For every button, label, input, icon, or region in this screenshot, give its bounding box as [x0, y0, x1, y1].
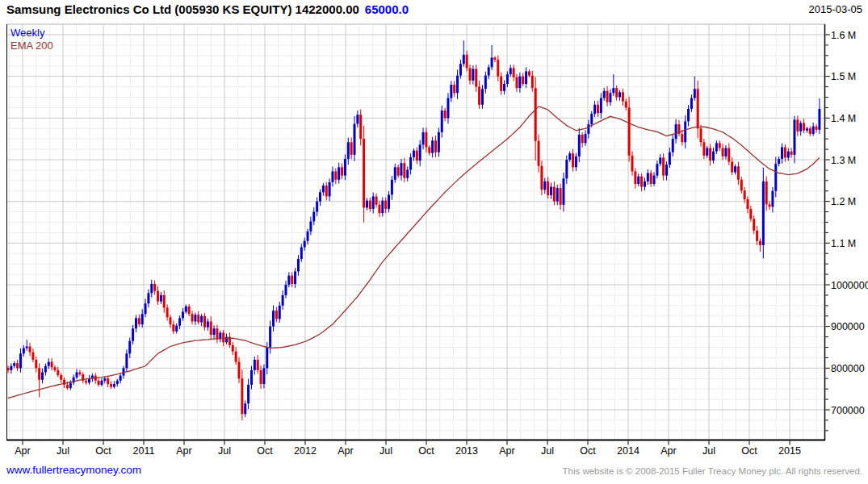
candle-body-up [687, 109, 690, 122]
candle-body-down [51, 362, 53, 368]
candle-body-up [556, 188, 559, 202]
candle-body-up [409, 157, 412, 170]
candle-body-down [681, 134, 683, 142]
y-axis-label: 900000 [831, 321, 865, 332]
candle-body-down [522, 77, 524, 84]
copyright-text: This website is © 2008-2015 Fuller Treac… [562, 466, 862, 476]
candle-body-up [69, 382, 72, 388]
candle-body-down [497, 60, 499, 77]
candle-body-up [609, 93, 611, 102]
candle-body-up [225, 337, 228, 343]
candle-body-up [612, 88, 614, 93]
candle-body-down [478, 87, 480, 105]
y-axis-label: 1.3 M [831, 155, 856, 166]
candle-body-down [753, 219, 755, 230]
candle-body-up [194, 315, 196, 321]
x-axis-label: Oct [580, 445, 596, 457]
candle-body-up [619, 92, 621, 97]
chart-window: Samsung Electronics Co Ltd (005930 KS EQ… [0, 0, 868, 484]
candle-body-down [428, 148, 430, 153]
candle-body-down [597, 105, 599, 113]
x-axis-label: Apr [176, 445, 191, 457]
candle-body-down [493, 57, 496, 60]
candle-body-up [459, 64, 462, 75]
x-axis-label: Jul [218, 445, 231, 457]
candle-body-down [369, 201, 371, 209]
candle-body-up [793, 119, 795, 154]
candle-body-up [175, 326, 178, 332]
candle-body-up [575, 156, 577, 167]
candle-body-up [322, 186, 325, 192]
candle-body-up [771, 191, 774, 207]
candle-body-down [622, 92, 624, 101]
x-axis-label: Oct [418, 445, 434, 457]
candle-body-down [749, 209, 752, 219]
candle-body-down [466, 55, 468, 69]
candle-body-up [200, 316, 203, 323]
x-axis-label: 2014 [617, 445, 639, 457]
candle-body-up [356, 115, 359, 123]
candle-body-down [513, 68, 515, 77]
candle-body-up [684, 121, 686, 142]
x-axis-label: Oct [95, 445, 111, 457]
candle-body-down [66, 385, 69, 388]
candle-body-down [232, 345, 234, 352]
y-axis-label: 700000 [831, 405, 865, 416]
candle-body-down [157, 291, 159, 302]
candle-body-up [309, 221, 312, 231]
candle-body-up [456, 76, 459, 94]
candle-body-up [715, 143, 718, 151]
candle-body-down [531, 76, 534, 89]
candle-body-down [216, 328, 218, 339]
candle-body-down [628, 107, 631, 155]
candle-body-up [484, 76, 487, 90]
candle-body-up [247, 385, 249, 403]
candle-body-up [182, 312, 184, 319]
candle-body-up [593, 105, 596, 114]
candle-body-down [759, 241, 761, 245]
candle-body-up [391, 180, 393, 195]
candle-body-up [600, 98, 602, 114]
candle-body-up [26, 346, 28, 348]
candle-body-down [702, 142, 705, 156]
candle-body-down [650, 173, 652, 184]
candle-body-up [656, 164, 658, 175]
candle-body-up [543, 182, 546, 190]
candle-body-down [163, 295, 166, 308]
x-axis-label: Jul [379, 445, 392, 457]
candle-body-down [731, 162, 733, 173]
x-axis-label: 2013 [455, 445, 478, 457]
candle-body-down [625, 102, 627, 108]
candle-body-down [719, 143, 721, 148]
candle-body-up [585, 134, 587, 143]
candle-body-up [128, 341, 131, 354]
legend-interval-label: Weekly [10, 27, 53, 40]
candle-body-up [778, 159, 780, 164]
candle-body-up [422, 132, 425, 145]
candle-body-up [799, 123, 802, 131]
candle-body-down [110, 384, 112, 387]
candle-body-up [372, 196, 375, 209]
candle-body-up [774, 164, 777, 191]
candle-body-up [160, 295, 162, 302]
candle-body-up [282, 295, 284, 306]
candle-body-up [694, 89, 696, 98]
candle-body-down [325, 186, 328, 196]
candle-body-down [403, 163, 405, 178]
candle-body-down [784, 148, 786, 158]
candle-body-down [203, 316, 206, 328]
candle-body-down [615, 88, 618, 97]
candle-body-up [818, 109, 820, 130]
candle-body-up [550, 187, 552, 195]
candle-body-down [425, 132, 427, 148]
candle-body-up [116, 381, 119, 384]
candle-body-up [103, 378, 106, 381]
website-link[interactable]: www.fullertreacymoney.com [6, 464, 141, 476]
candle-body-up [145, 303, 147, 314]
x-axis-label: Jul [541, 445, 554, 457]
candle-body-up [287, 276, 290, 285]
candle-body-up [44, 366, 47, 373]
candle-body-up [304, 241, 306, 248]
candle-body-up [381, 201, 384, 214]
candle-body-down [606, 91, 609, 102]
